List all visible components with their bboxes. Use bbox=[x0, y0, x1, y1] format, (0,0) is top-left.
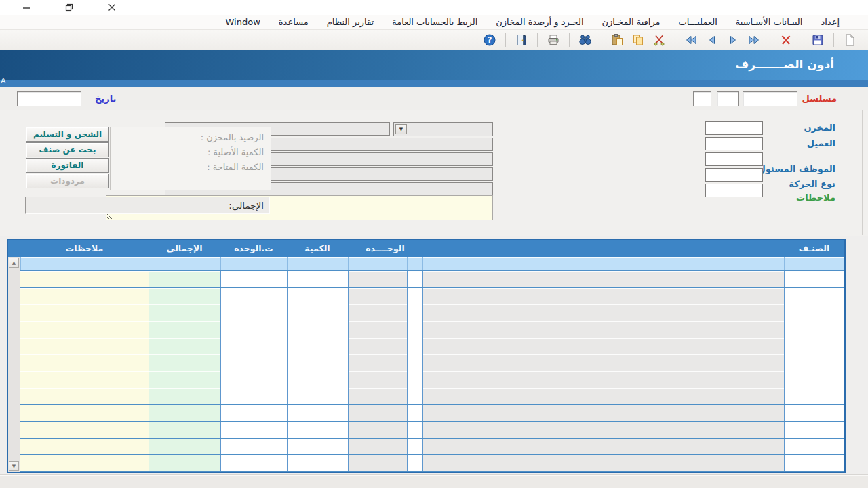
cell-total[interactable] bbox=[149, 288, 220, 304]
menu-item-general-accounts-link[interactable]: الربط بالحسابات العامة bbox=[392, 17, 477, 27]
current-row-indicator[interactable] bbox=[20, 257, 844, 271]
cell-flag[interactable] bbox=[407, 405, 422, 421]
cell-item-description[interactable] bbox=[422, 455, 784, 471]
cell-qty[interactable] bbox=[287, 354, 348, 371]
cell-unit[interactable] bbox=[348, 338, 407, 354]
menu-item-inventory-balances[interactable]: الجـرد و أرصدة المخازن bbox=[496, 17, 583, 27]
cell-item-code[interactable] bbox=[784, 439, 844, 455]
cell-notes[interactable] bbox=[20, 354, 149, 371]
cell-item-description[interactable] bbox=[422, 439, 784, 455]
cell-unit-price[interactable] bbox=[220, 257, 287, 270]
cell-notes[interactable] bbox=[20, 257, 149, 270]
shipping-delivery-button[interactable]: الشحن و التسليم bbox=[26, 127, 109, 142]
cell-flag[interactable] bbox=[407, 304, 422, 321]
restore-icon[interactable] bbox=[64, 2, 75, 13]
cell-item-description[interactable] bbox=[422, 405, 784, 421]
cell-unit-price[interactable] bbox=[220, 405, 287, 421]
cell-item-description[interactable] bbox=[422, 288, 784, 304]
cell-flag[interactable] bbox=[407, 257, 422, 270]
cell-unit[interactable] bbox=[348, 321, 407, 338]
new-document-icon[interactable] bbox=[842, 33, 857, 47]
cell-notes[interactable] bbox=[20, 321, 149, 338]
paste-icon[interactable] bbox=[610, 33, 625, 47]
table-row[interactable] bbox=[20, 422, 844, 439]
client-code-input[interactable] bbox=[705, 137, 763, 150]
cell-total[interactable] bbox=[149, 422, 220, 438]
table-row[interactable] bbox=[20, 304, 844, 321]
employee-code-input[interactable] bbox=[705, 168, 763, 182]
minimize-icon[interactable] bbox=[21, 2, 32, 13]
save-icon[interactable] bbox=[810, 33, 825, 47]
cell-flag[interactable] bbox=[407, 422, 422, 438]
cell-flag[interactable] bbox=[407, 388, 422, 405]
cell-notes[interactable] bbox=[20, 405, 149, 421]
cell-unit-price[interactable] bbox=[220, 422, 287, 438]
cell-item-description[interactable] bbox=[422, 338, 784, 354]
cell-unit-price[interactable] bbox=[220, 338, 287, 354]
cell-unit[interactable] bbox=[348, 388, 407, 405]
cell-qty[interactable] bbox=[287, 439, 348, 455]
cell-unit[interactable] bbox=[348, 439, 407, 455]
cell-qty[interactable] bbox=[287, 338, 348, 354]
exit-icon[interactable] bbox=[514, 33, 529, 47]
close-icon[interactable] bbox=[106, 2, 117, 13]
cut-icon[interactable] bbox=[652, 33, 667, 47]
cell-unit[interactable] bbox=[348, 455, 407, 471]
menu-item-setup[interactable]: إعداد bbox=[821, 17, 840, 27]
cell-notes[interactable] bbox=[20, 455, 149, 471]
cell-total[interactable] bbox=[149, 338, 220, 354]
navigate-first-icon[interactable] bbox=[684, 33, 698, 47]
cell-unit[interactable] bbox=[348, 422, 407, 438]
cell-unit-price[interactable] bbox=[220, 321, 287, 338]
cell-item-code[interactable] bbox=[784, 257, 844, 270]
movement-type-code-input[interactable] bbox=[705, 184, 763, 197]
cell-notes[interactable] bbox=[20, 371, 149, 388]
serial-sub-input-2[interactable] bbox=[693, 92, 711, 106]
cell-total[interactable] bbox=[149, 405, 220, 421]
table-row[interactable] bbox=[20, 388, 844, 405]
delete-icon[interactable] bbox=[778, 33, 793, 47]
cell-qty[interactable] bbox=[287, 405, 348, 421]
menu-item-help[interactable]: مساعدة bbox=[279, 17, 309, 27]
cell-item-code[interactable] bbox=[784, 405, 844, 421]
cell-unit-price[interactable] bbox=[220, 371, 287, 388]
cell-qty[interactable] bbox=[287, 422, 348, 438]
warehouse-combo[interactable]: ▼ bbox=[393, 122, 493, 136]
table-row[interactable] bbox=[20, 455, 844, 472]
cell-notes[interactable] bbox=[20, 304, 149, 321]
cell-item-description[interactable] bbox=[422, 371, 784, 388]
copy-icon[interactable] bbox=[631, 33, 646, 47]
cell-total[interactable] bbox=[149, 388, 220, 405]
menu-item-warehouse-monitoring[interactable]: مراقبة المخـازن bbox=[602, 17, 660, 27]
navigate-last-icon[interactable] bbox=[747, 33, 762, 47]
cell-item-code[interactable] bbox=[784, 422, 844, 438]
cell-notes[interactable] bbox=[20, 288, 149, 304]
menu-item-basic-data[interactable]: البيـانات الأسـاسية bbox=[736, 17, 803, 27]
cell-flag[interactable] bbox=[407, 288, 422, 304]
cell-qty[interactable] bbox=[287, 321, 348, 338]
search-item-button[interactable]: بحث عن صنف bbox=[26, 142, 109, 157]
table-row[interactable] bbox=[20, 439, 844, 455]
navigate-next-icon[interactable] bbox=[726, 33, 741, 47]
cell-qty[interactable] bbox=[287, 388, 348, 405]
navigate-previous-icon[interactable] bbox=[705, 33, 719, 47]
cell-flag[interactable] bbox=[407, 439, 422, 455]
table-row[interactable] bbox=[20, 321, 844, 338]
cell-unit-price[interactable] bbox=[220, 439, 287, 455]
date-input[interactable] bbox=[17, 92, 81, 106]
cell-unit-price[interactable] bbox=[220, 354, 287, 371]
menu-item-system-reports[interactable]: تقارير النظام bbox=[327, 17, 374, 27]
cell-unit-price[interactable] bbox=[220, 271, 287, 287]
cell-item-description[interactable] bbox=[422, 257, 784, 270]
cell-flag[interactable] bbox=[407, 455, 422, 471]
serial-sub-input-1[interactable] bbox=[717, 92, 739, 106]
cell-item-description[interactable] bbox=[422, 354, 784, 371]
cell-total[interactable] bbox=[149, 321, 220, 338]
serial-input[interactable] bbox=[743, 92, 797, 106]
cell-unit-price[interactable] bbox=[220, 288, 287, 304]
middle-code-input[interactable] bbox=[705, 152, 763, 166]
cell-unit[interactable] bbox=[348, 354, 407, 371]
cell-unit-price[interactable] bbox=[220, 388, 287, 405]
table-row[interactable] bbox=[20, 288, 844, 305]
cell-item-code[interactable] bbox=[784, 321, 844, 338]
